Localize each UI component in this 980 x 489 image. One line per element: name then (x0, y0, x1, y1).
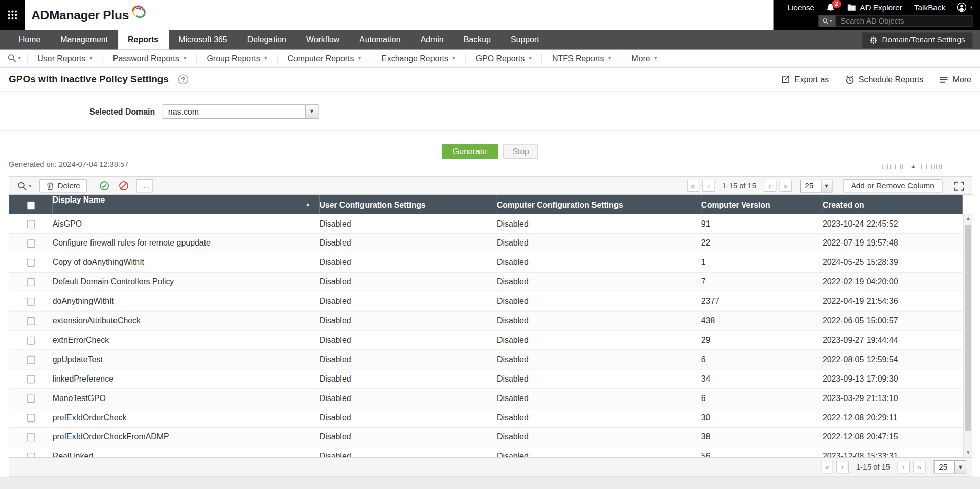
last-page-button[interactable]: » (913, 460, 925, 473)
table-row[interactable]: prefExIdOrderCheckDisabledDisabled302022… (9, 408, 963, 427)
cell-user-config: Disabled (320, 388, 497, 408)
ad-search-box: ▾ (819, 15, 973, 27)
table-row[interactable]: ManoTestGPODisabledDisabled62023-03-29 2… (9, 388, 963, 408)
report-search-button[interactable]: ▾ (5, 54, 27, 62)
license-link[interactable]: License (787, 3, 814, 12)
cell-computer-config: Disabled (497, 233, 701, 253)
notifications-button[interactable]: 2 (826, 3, 835, 12)
sort-asc-icon[interactable]: ▲ (305, 195, 311, 214)
row-checkbox[interactable] (27, 414, 35, 422)
row-checkbox[interactable] (27, 433, 35, 441)
nav-tab-automation[interactable]: Automation (350, 30, 411, 50)
add-remove-column-button[interactable]: Add or Remove Column (843, 179, 943, 193)
reports-menu-more[interactable]: More▾ (622, 54, 667, 63)
row-checkbox[interactable] (27, 298, 35, 306)
more-actions-button[interactable]: More (940, 75, 971, 84)
row-checkbox[interactable] (27, 337, 35, 345)
table-row[interactable]: prefExIdOrderCheckFromADMPDisabledDisabl… (9, 427, 963, 447)
search-icon (17, 181, 27, 190)
reports-menu-password-reports[interactable]: Password Reports▾ (103, 54, 196, 63)
help-icon[interactable]: ? (178, 74, 188, 84)
apps-grid-button[interactable] (0, 0, 25, 30)
reports-menu-exchange-reports[interactable]: Exchange Reports▾ (372, 54, 465, 63)
ad-explorer-link[interactable]: AD Explorer (847, 3, 902, 12)
nav-tab-backup[interactable]: Backup (453, 30, 500, 50)
table-row[interactable]: Default Domain Controllers PolicyDisable… (9, 272, 963, 292)
export-as-button[interactable]: Export as (781, 75, 829, 84)
nav-tab-reports[interactable]: Reports (118, 30, 169, 50)
search-scope-button[interactable]: ▾ (819, 16, 836, 27)
table-row[interactable]: doAnythingWithItDisabledDisabled23772022… (9, 292, 963, 311)
table-row[interactable]: linkedPreferenceDisabledDisabled342023-0… (9, 369, 963, 388)
column-header-user-configuration-settings[interactable]: User Configuration Settings (320, 195, 497, 214)
next-page-button[interactable]: › (898, 460, 910, 473)
collapse-panel-control[interactable]: ▲ (882, 164, 944, 169)
reports-menu-ntfs-reports[interactable]: NTFS Reports▾ (542, 54, 621, 63)
table-scrollbar[interactable]: ▲ ▼ (963, 214, 972, 457)
reports-menu-computer-reports[interactable]: Computer Reports▾ (278, 54, 371, 63)
schedule-reports-button[interactable]: Schedule Reports (845, 75, 923, 84)
reports-menu-label: GPO Reports (476, 54, 525, 63)
prev-page-button[interactable]: ‹ (702, 180, 715, 192)
nav-tab-admin[interactable]: Admin (411, 30, 453, 50)
table-row[interactable]: extnErrorCheckDisabledDisabled292023-09-… (9, 330, 963, 350)
column-header-created-on[interactable]: Created on (823, 195, 963, 214)
enable-button[interactable] (98, 181, 111, 191)
nav-tab-management[interactable]: Management (51, 30, 118, 50)
row-checkbox[interactable] (27, 356, 35, 364)
reports-menu-user-reports[interactable]: User Reports▾ (28, 54, 102, 63)
row-checkbox[interactable] (27, 239, 35, 248)
page-size-select[interactable]: 25 ▼ (800, 179, 832, 192)
stop-button[interactable]: Stop (503, 144, 538, 159)
column-header-computer-version[interactable]: Computer Version (701, 195, 823, 214)
prev-page-button[interactable]: ‹ (836, 460, 849, 473)
row-checkbox[interactable] (27, 394, 35, 403)
generate-button[interactable]: Generate (442, 144, 498, 159)
scroll-down-button[interactable]: ▼ (964, 448, 972, 457)
nav-tab-workflow[interactable]: Workflow (296, 30, 349, 50)
row-checkbox[interactable] (27, 317, 35, 325)
table-search-button[interactable]: ▾ (15, 181, 34, 190)
ad-search-input[interactable] (836, 16, 972, 27)
row-checkbox[interactable] (27, 278, 35, 286)
cell-computer-config: Disabled (497, 311, 701, 330)
table-row[interactable]: Configure firewall rules for remote gpup… (9, 233, 963, 253)
nav-tab-delegation[interactable]: Delegation (237, 30, 296, 50)
cell-user-config: Disabled (320, 253, 497, 272)
next-page-button[interactable]: › (763, 180, 776, 192)
talkback-link[interactable]: TalkBack (914, 3, 945, 12)
reports-menu-group-reports[interactable]: Group Reports▾ (197, 54, 277, 63)
row-checkbox[interactable] (27, 259, 35, 267)
row-checkbox[interactable] (27, 375, 35, 384)
table-row[interactable]: RealLinkedDisabledDisabled562023-12-08 1… (9, 447, 963, 457)
nav-tab-home[interactable]: Home (9, 30, 51, 50)
first-page-button[interactable]: « (821, 460, 833, 473)
select-all-checkbox[interactable] (27, 201, 35, 209)
cell-computer-config: Disabled (497, 369, 701, 388)
nav-tab-microsoft-365[interactable]: Microsoft 365 (169, 30, 238, 50)
more-tools-button[interactable]: ... (136, 179, 153, 193)
column-header-computer-configuration-settings[interactable]: Computer Configuration Settings (497, 195, 701, 214)
domain-tenant-settings-button[interactable]: Domain/Tenant Settings (862, 33, 972, 48)
table-row[interactable]: AisGPODisabledDisabled912023-10-24 22:45… (9, 214, 963, 233)
fullscreen-button[interactable] (954, 181, 964, 190)
column-header-display-name[interactable]: Display Name▲ (53, 195, 320, 214)
table-row[interactable]: gpUpdateTestDisabledDisabled62022-08-05 … (9, 349, 963, 369)
account-menu[interactable]: ▾ (957, 3, 972, 12)
reports-menu-label: NTFS Reports (552, 54, 604, 63)
scrollbar-thumb[interactable] (965, 225, 971, 431)
nav-tab-support[interactable]: Support (500, 30, 549, 50)
disable-button[interactable] (117, 181, 131, 191)
delete-button[interactable]: Delete (39, 179, 87, 193)
scroll-up-button[interactable]: ▲ (964, 214, 972, 223)
table-row[interactable]: Copy of doAnythingWithItDisabledDisabled… (9, 253, 963, 272)
first-page-button[interactable]: « (687, 180, 699, 192)
table-row[interactable]: extensionAttributeCheckDisabledDisabled4… (9, 311, 963, 330)
last-page-button[interactable]: » (779, 180, 791, 192)
page-size-select[interactable]: 25 ▼ (934, 460, 967, 474)
row-checkbox[interactable] (27, 220, 35, 228)
domain-select[interactable]: nas.com ▼ (163, 104, 319, 119)
trash-icon (46, 182, 54, 190)
reports-menu-gpo-reports[interactable]: GPO Reports▾ (466, 54, 541, 63)
row-checkbox[interactable] (27, 453, 35, 457)
